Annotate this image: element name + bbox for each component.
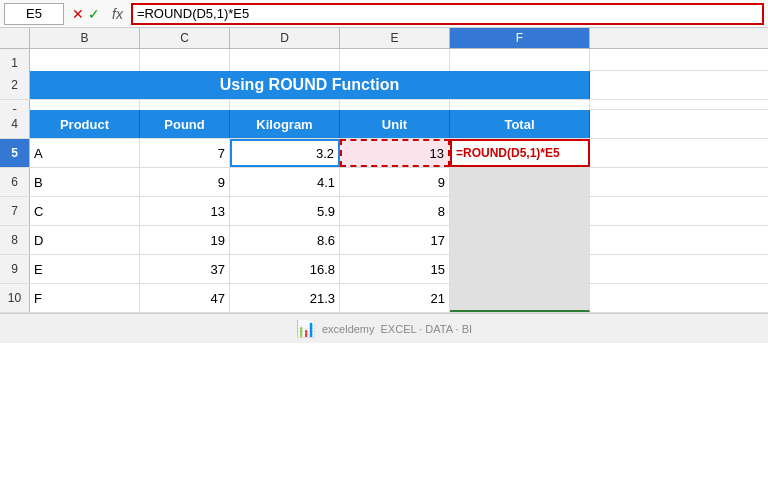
col-header-c: C: [140, 28, 230, 48]
cell-b10[interactable]: F: [30, 284, 140, 312]
cell-c9[interactable]: 37: [140, 255, 230, 283]
row-4: 4 Product Pound Kilogram Unit Total: [0, 110, 768, 139]
row-3: 3: [0, 100, 768, 110]
cell-e9[interactable]: 15: [340, 255, 450, 283]
header-pound: Pound: [140, 110, 230, 138]
row-num-6: 6: [0, 168, 30, 196]
row-num-2: 2: [0, 71, 30, 99]
header-total: Total: [450, 110, 590, 138]
cell-c7[interactable]: 13: [140, 197, 230, 225]
spreadsheet: B C D E F 1 2 Using ROUND Function 3 4 P…: [0, 28, 768, 313]
row-num-7: 7: [0, 197, 30, 225]
confirm-icon[interactable]: ✓: [88, 6, 100, 22]
cell-d5[interactable]: 3.2: [230, 139, 340, 167]
cell-e10[interactable]: 21: [340, 284, 450, 312]
cell-b2-title[interactable]: Using ROUND Function: [30, 71, 590, 99]
cell-b7[interactable]: C: [30, 197, 140, 225]
row-6: 6 B 9 4.1 9: [0, 168, 768, 197]
cell-e8[interactable]: 17: [340, 226, 450, 254]
cell-d10[interactable]: 21.3: [230, 284, 340, 312]
cell-e7[interactable]: 8: [340, 197, 450, 225]
row-num-8: 8: [0, 226, 30, 254]
column-headers: B C D E F: [0, 28, 768, 49]
cell-f8[interactable]: [450, 226, 590, 254]
watermark: 📊 exceldemy EXCEL · DATA · BI: [0, 313, 768, 343]
cell-f7[interactable]: [450, 197, 590, 225]
cell-b9[interactable]: E: [30, 255, 140, 283]
col-header-f: F: [450, 28, 590, 48]
row-num-9: 9: [0, 255, 30, 283]
header-kilogram: Kilogram: [230, 110, 340, 138]
row-1: 1: [0, 49, 768, 71]
row-2: 2 Using ROUND Function: [0, 71, 768, 100]
row-8: 8 D 19 8.6 17: [0, 226, 768, 255]
cell-b5[interactable]: A: [30, 139, 140, 167]
cell-b6[interactable]: B: [30, 168, 140, 196]
cell-f6[interactable]: [450, 168, 590, 196]
cell-c5[interactable]: 7: [140, 139, 230, 167]
row-5: 5 A 7 3.2 13 =ROUND(D5,1)*E5: [0, 139, 768, 168]
cancel-icon[interactable]: ✕: [72, 6, 84, 22]
row-10: 10 F 47 21.3 21: [0, 284, 768, 313]
header-unit: Unit: [340, 110, 450, 138]
cell-e5[interactable]: 13: [340, 139, 450, 167]
header-product: Product: [30, 110, 140, 138]
cell-d7[interactable]: 5.9: [230, 197, 340, 225]
cell-c8[interactable]: 19: [140, 226, 230, 254]
cell-f10[interactable]: [450, 284, 590, 312]
col-header-d: D: [230, 28, 340, 48]
col-header-e: E: [340, 28, 450, 48]
fx-label: fx: [108, 6, 127, 22]
cell-reference-box[interactable]: E5: [4, 3, 64, 25]
row-9: 9 E 37 16.8 15: [0, 255, 768, 284]
formula-bar: E5 ✕ ✓ fx: [0, 0, 768, 28]
title-text: Using ROUND Function: [220, 76, 400, 94]
cell-f9[interactable]: [450, 255, 590, 283]
cell-d8[interactable]: 8.6: [230, 226, 340, 254]
col-header-b: B: [30, 28, 140, 48]
cell-d9[interactable]: 16.8: [230, 255, 340, 283]
row-num-5: 5: [0, 139, 30, 167]
row-7: 7 C 13 5.9 8: [0, 197, 768, 226]
row-num-4: 4: [0, 110, 30, 138]
row-num-10: 10: [0, 284, 30, 312]
cell-f5[interactable]: =ROUND(D5,1)*E5: [450, 139, 590, 167]
formula-input[interactable]: [131, 3, 764, 25]
cell-c6[interactable]: 9: [140, 168, 230, 196]
corner-header: [0, 28, 30, 48]
cell-b8[interactable]: D: [30, 226, 140, 254]
cell-e6[interactable]: 9: [340, 168, 450, 196]
cell-d6[interactable]: 4.1: [230, 168, 340, 196]
formula-icons: ✕ ✓: [68, 6, 104, 22]
watermark-text: 📊 exceldemy EXCEL · DATA · BI: [296, 319, 472, 338]
cell-c10[interactable]: 47: [140, 284, 230, 312]
